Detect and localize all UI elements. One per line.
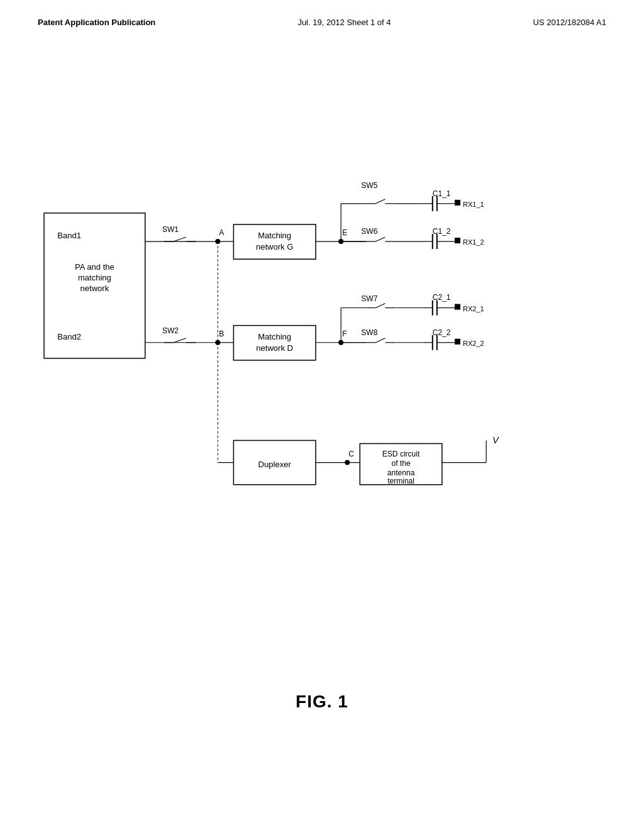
svg-text:F: F [342, 329, 347, 338]
svg-text:SW6: SW6 [361, 227, 377, 236]
svg-text:Duplexer: Duplexer [258, 460, 292, 469]
svg-text:E: E [342, 228, 347, 237]
svg-rect-87 [455, 339, 460, 345]
svg-line-66 [375, 303, 385, 307]
svg-text:RX1_1: RX1_1 [463, 201, 484, 208]
svg-text:C1_1: C1_1 [433, 189, 451, 198]
svg-text:antenna: antenna [387, 468, 415, 477]
svg-text:network D: network D [256, 343, 293, 353]
figure-caption: FIG. 1 [296, 692, 348, 712]
svg-text:B: B [219, 329, 224, 338]
svg-text:C2_2: C2_2 [433, 328, 451, 337]
svg-text:SW7: SW7 [361, 294, 377, 303]
svg-text:A: A [219, 228, 225, 237]
svg-text:C1_2: C1_2 [433, 227, 451, 236]
header-patent-number: US 2012/182084 A1 [533, 18, 606, 27]
svg-text:Matching: Matching [258, 231, 291, 240]
svg-text:Matching: Matching [258, 332, 291, 341]
svg-text:RX2_1: RX2_1 [463, 305, 484, 313]
svg-text:Band2: Band2 [57, 332, 81, 341]
svg-line-16 [174, 338, 186, 343]
svg-line-52 [375, 237, 385, 241]
svg-line-9 [174, 237, 186, 241]
svg-text:SW5: SW5 [361, 181, 377, 190]
svg-text:network: network [80, 284, 109, 293]
svg-text:RX1_2: RX1_2 [463, 238, 484, 246]
svg-text:network G: network G [256, 242, 293, 252]
svg-text:SW2: SW2 [162, 326, 179, 335]
header-publication: Patent Application Publication [38, 18, 155, 27]
svg-text:V: V [492, 435, 499, 445]
page: Patent Application Publication Jul. 19, … [0, 0, 644, 830]
svg-text:terminal: terminal [387, 477, 414, 485]
svg-text:C: C [348, 450, 354, 458]
svg-text:RX2_2: RX2_2 [463, 340, 484, 347]
svg-text:ESD circuit: ESD circuit [382, 450, 420, 458]
circuit-diagram: PA and the matching network Band1 Band2 … [38, 126, 606, 629]
svg-text:SW8: SW8 [361, 328, 377, 337]
header: Patent Application Publication Jul. 19, … [38, 18, 606, 27]
svg-rect-74 [455, 304, 460, 309]
svg-text:matching: matching [78, 273, 111, 282]
svg-line-79 [375, 338, 385, 343]
svg-text:Band1: Band1 [57, 231, 81, 240]
svg-line-39 [375, 199, 385, 204]
svg-text:SW1: SW1 [162, 225, 179, 234]
svg-text:of the: of the [391, 459, 410, 468]
svg-text:PA and the: PA and the [75, 262, 114, 272]
svg-text:C2_1: C2_1 [433, 293, 451, 302]
circuit-svg: PA and the matching network Band1 Band2 … [38, 126, 606, 629]
svg-rect-47 [455, 200, 460, 206]
header-date-sheet: Jul. 19, 2012 Sheet 1 of 4 [297, 18, 391, 27]
svg-rect-60 [455, 238, 460, 243]
